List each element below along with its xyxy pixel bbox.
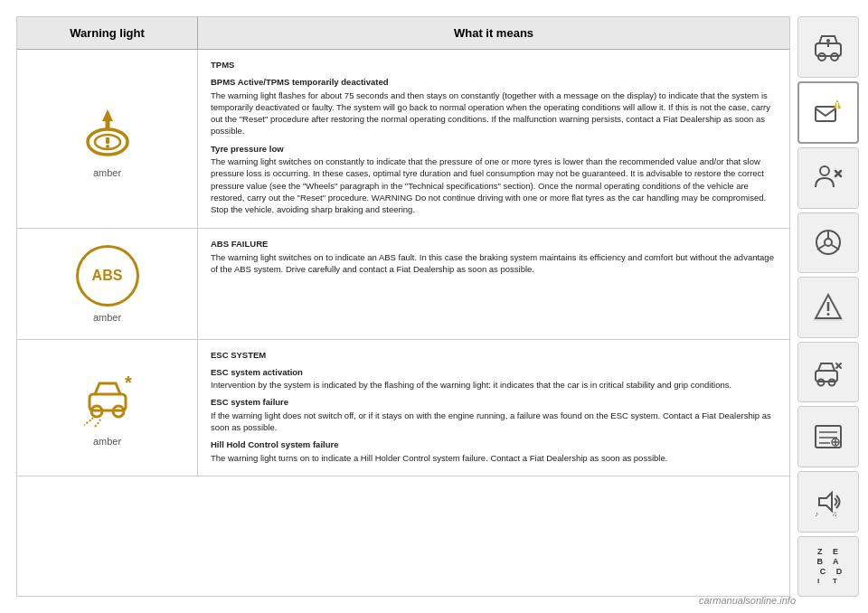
header-meaning: What it means	[198, 17, 789, 49]
sidebar-item-hazard[interactable]	[797, 277, 859, 338]
car-tools-icon	[812, 356, 844, 389]
tpms-icon	[76, 99, 139, 162]
table-row: * amber ESC SYSTEM ESC system activation…	[17, 340, 789, 476]
esc-activation-text: Intervention by the system is indicated …	[211, 379, 777, 391]
svg-rect-5	[105, 121, 109, 130]
tpms-sub2-text: The warning light switches on constantly…	[211, 156, 777, 215]
esc-activation-title: ESC system activation	[211, 366, 777, 378]
tpms-description: TPMS BPMS Active/TPMS temporarily deacti…	[198, 50, 789, 228]
abs-icon: ABS	[76, 245, 139, 306]
sidebar-item-person[interactable]	[797, 147, 859, 209]
esc-label: amber	[93, 436, 121, 447]
svg-rect-36	[816, 426, 841, 448]
svg-rect-6	[90, 394, 126, 410]
svg-rect-2	[106, 137, 109, 144]
svg-point-23	[825, 239, 832, 246]
abs-icon-cell: ABS amber	[17, 229, 198, 339]
table-row: ABS amber ABS FAILURE The warning light …	[17, 229, 789, 340]
sidebar-item-warning-mail[interactable]	[797, 81, 859, 145]
svg-text:♫: ♫	[832, 510, 837, 518]
settings-list-icon	[812, 420, 844, 453]
tpms-label: amber	[93, 167, 121, 178]
esc-title: ESC SYSTEM	[211, 349, 777, 361]
car-info-icon	[812, 31, 844, 63]
hill-hold-text: The warning light turns on to indicate a…	[211, 452, 777, 464]
svg-text:♪: ♪	[815, 510, 818, 518]
table-body: amber TPMS BPMS Active/TPMS temporarily …	[17, 50, 789, 596]
svg-rect-15	[816, 107, 835, 121]
tpms-sub1-title: BPMS Active/TPMS temporarily deactivated	[211, 76, 777, 88]
main-table: Warning light What it means amber	[16, 16, 790, 597]
sidebar-item-car-info[interactable]	[797, 16, 859, 78]
esc-failure-title: ESC system failure	[211, 396, 777, 408]
esc-failure-text: If the warning light does not switch off…	[211, 410, 777, 434]
table-row: amber TPMS BPMS Active/TPMS temporarily …	[17, 50, 789, 229]
hill-hold-title: Hill Hold Control system failure	[211, 439, 777, 450]
esc-description: ESC SYSTEM ESC system activation Interve…	[198, 340, 789, 476]
svg-point-13	[826, 39, 830, 42]
esc-icon-cell: * amber	[17, 340, 198, 476]
table-header: Warning light What it means	[17, 17, 789, 50]
tpms-sub1-text: The warning light flashes for about 75 s…	[211, 90, 777, 137]
audio-icon: ♪ ♫	[812, 486, 844, 518]
sidebar-item-settings-list[interactable]	[797, 406, 859, 467]
right-sidebar: ♪ ♫ Z E B A C D I T	[797, 16, 859, 597]
sidebar-item-car-tools[interactable]	[797, 342, 859, 403]
tpms-icon-cell: amber	[17, 50, 198, 228]
svg-marker-4	[102, 109, 113, 121]
sidebar-item-abc[interactable]: Z E B A C D I T	[797, 536, 859, 598]
hazard-icon	[812, 291, 844, 324]
sidebar-item-steering[interactable]	[797, 212, 859, 274]
abs-title: ABS FAILURE	[211, 238, 777, 250]
svg-text:*: *	[125, 373, 132, 392]
person-wrench-icon	[812, 162, 844, 194]
abs-text: The warning light switches on to indicat…	[211, 251, 777, 276]
svg-marker-43	[819, 493, 832, 511]
svg-point-3	[106, 145, 109, 148]
steering-wheel-icon	[812, 226, 844, 259]
header-warning-light: Warning light	[17, 17, 198, 49]
abc-content: Z E B A C D I T	[814, 547, 844, 585]
svg-point-18	[836, 107, 838, 108]
abs-description: ABS FAILURE The warning light switches o…	[198, 229, 789, 339]
watermark: carmanualsonline.info	[699, 595, 796, 606]
tpms-title: TPMS	[211, 59, 777, 71]
esc-icon: *	[75, 369, 140, 430]
svg-point-29	[827, 313, 830, 316]
sidebar-item-audio[interactable]: ♪ ♫	[797, 471, 859, 533]
warning-mail-icon	[812, 96, 844, 128]
tpms-sub2-title: Tyre pressure low	[211, 143, 777, 155]
svg-point-19	[820, 166, 829, 175]
abs-label: amber	[93, 312, 121, 323]
